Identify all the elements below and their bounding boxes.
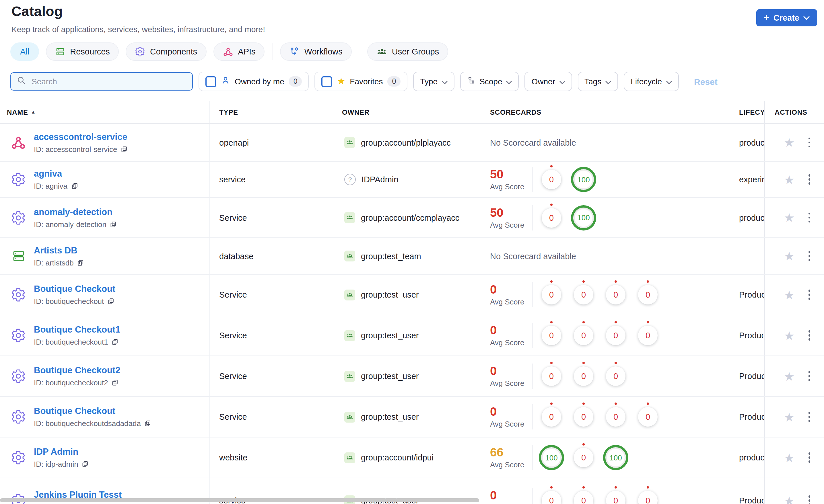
scorecard-score-circle[interactable]: 0	[638, 491, 657, 504]
owner-text: group:test_user	[361, 331, 419, 340]
favorite-star-button[interactable]: ★	[784, 173, 795, 185]
tab-components[interactable]: Components	[126, 42, 206, 61]
copy-icon[interactable]	[82, 461, 89, 468]
entity-name-link[interactable]: agniva	[34, 168, 62, 178]
scope-dropdown[interactable]: Scope	[460, 72, 519, 91]
kebab-menu-button[interactable]	[807, 250, 812, 262]
entity-name-link[interactable]: IDP Admin	[34, 447, 78, 457]
kebab-menu-button[interactable]	[807, 370, 812, 382]
tab-workflows[interactable]: Workflows	[280, 42, 352, 61]
copy-icon[interactable]	[110, 221, 117, 228]
reset-filters-link[interactable]: Reset	[694, 77, 718, 86]
owned-by-me-filter[interactable]: Owned by me 0	[199, 72, 309, 91]
copy-icon[interactable]	[107, 297, 115, 305]
favorite-star-button[interactable]: ★	[784, 330, 795, 342]
name-cell: Artists DBID: artistsdb	[0, 238, 210, 274]
copy-icon[interactable]	[144, 420, 152, 427]
scorecard-score-circle[interactable]: 0	[574, 491, 593, 504]
scorecards-cell: 0Avg Score0000	[489, 316, 739, 356]
kebab-menu-button[interactable]	[807, 212, 812, 224]
scorecard-score-circle[interactable]: 0	[606, 407, 625, 426]
column-header-type[interactable]: TYPE	[210, 108, 341, 116]
kebab-menu-button[interactable]	[807, 411, 812, 423]
tab-all[interactable]: All	[10, 42, 39, 61]
search-input[interactable]	[30, 76, 187, 87]
copy-icon[interactable]	[112, 338, 119, 346]
scorecard-score-circle[interactable]: 0	[542, 208, 561, 227]
favorite-star-button[interactable]: ★	[784, 212, 795, 224]
entity-name-link[interactable]: Boutique Checkout	[34, 284, 115, 293]
favorites-filter[interactable]: ★ Favorites 0	[315, 72, 408, 91]
copy-icon[interactable]	[77, 259, 85, 266]
column-header-lifecycle[interactable]: LIFECYCLE	[739, 108, 764, 116]
scorecard-score-circle[interactable]: 0	[574, 448, 593, 467]
entity-name-link[interactable]: Artists DB	[34, 245, 78, 255]
scorecard-score-circle[interactable]: 0	[574, 326, 593, 345]
tab-apis[interactable]: APIs	[213, 42, 265, 61]
table-row: Boutique CheckoutID: boutiquecheckoutSer…	[0, 275, 824, 316]
favorite-star-button[interactable]: ★	[784, 250, 795, 262]
favorites-checkbox[interactable]	[322, 76, 332, 87]
scorecard-score-circle[interactable]: 100	[603, 445, 628, 470]
create-button[interactable]: + Create	[756, 9, 817, 26]
copy-icon[interactable]	[71, 182, 78, 190]
column-header-owner[interactable]: OWNER	[341, 108, 489, 116]
scorecard-score-circle[interactable]: 0	[574, 285, 593, 304]
scorecard-score-circle[interactable]: 0	[574, 366, 593, 386]
scorecard-score-circle[interactable]: 100	[539, 445, 564, 470]
favorites-count: 0	[388, 76, 401, 87]
avg-score-label: Avg Score	[490, 379, 532, 388]
scorecard-score-circle[interactable]: 100	[571, 167, 596, 192]
column-header-scorecards[interactable]: SCORECARDS	[489, 108, 739, 116]
scorecard-score-circle[interactable]: 0	[638, 407, 657, 426]
scorecard-score-circle[interactable]: 0	[542, 407, 561, 426]
scorecard-score-circle[interactable]: 0	[606, 326, 625, 345]
kebab-menu-button[interactable]	[807, 330, 812, 342]
tab-user-groups[interactable]: User Groups	[367, 42, 448, 61]
entity-name-link[interactable]: Boutique Checkout2	[34, 365, 120, 375]
favorite-star-button[interactable]: ★	[784, 370, 795, 382]
entity-name-link[interactable]: anomaly-detection	[34, 207, 112, 217]
kebab-menu-button[interactable]	[807, 452, 812, 464]
kebab-menu-button[interactable]	[807, 495, 812, 504]
favorite-star-button[interactable]: ★	[784, 136, 795, 148]
scorecard-score-circle[interactable]: 0	[542, 170, 561, 189]
column-header-name[interactable]: NAME▲	[0, 108, 36, 116]
favorite-star-button[interactable]: ★	[784, 289, 795, 301]
lifecycle-dropdown[interactable]: Lifecycle	[624, 72, 679, 91]
copy-icon[interactable]	[120, 145, 128, 153]
kebab-menu-button[interactable]	[807, 173, 812, 186]
horizontal-scrollbar-thumb[interactable]	[0, 498, 479, 502]
favorite-star-button[interactable]: ★	[784, 495, 795, 504]
favorite-star-button[interactable]: ★	[784, 411, 795, 423]
scorecard-divider	[532, 323, 533, 348]
scorecard-score-circle[interactable]: 0	[638, 326, 657, 345]
scorecard-score-circle[interactable]: 0	[606, 491, 625, 504]
page-subtitle: Keep track of applications, services, we…	[11, 25, 265, 34]
tags-dropdown[interactable]: Tags	[578, 72, 618, 91]
copy-icon[interactable]	[112, 379, 119, 386]
entity-name-link[interactable]: Jenkins Plugin Tesst	[34, 490, 122, 499]
entity-name-link[interactable]: Boutique Checkout	[34, 406, 115, 416]
owned-by-me-checkbox[interactable]	[205, 76, 216, 87]
type-dropdown[interactable]: Type	[413, 72, 454, 91]
scorecard-score-circle[interactable]: 0	[542, 285, 561, 304]
gear-icon	[135, 46, 145, 57]
scorecard-score-circle[interactable]: 0	[574, 407, 593, 426]
scorecard-score-circle[interactable]: 0	[606, 285, 625, 304]
scorecard-score-circle[interactable]: 0	[542, 326, 561, 345]
scorecard-score-circle[interactable]: 0	[542, 491, 561, 504]
scorecard-score-circle[interactable]: 0	[638, 285, 657, 304]
scorecard-score-circle[interactable]: 100	[571, 205, 596, 230]
kebab-menu-button[interactable]	[807, 289, 812, 301]
avg-score-value: 0	[490, 489, 532, 501]
kebab-menu-button[interactable]	[807, 136, 812, 149]
tab-resources[interactable]: Resources	[46, 42, 119, 61]
scorecard-score-circle[interactable]: 0	[542, 366, 561, 386]
owner-dropdown[interactable]: Owner	[525, 72, 572, 91]
favorite-star-button[interactable]: ★	[784, 452, 795, 464]
scorecard-score-circle[interactable]: 0	[606, 366, 625, 386]
entity-name-link[interactable]: Boutique Checkout1	[34, 325, 120, 334]
entity-name-link[interactable]: accesscontrol-service	[34, 132, 127, 141]
scorecards-cell: 0Avg Score0000	[489, 478, 739, 504]
